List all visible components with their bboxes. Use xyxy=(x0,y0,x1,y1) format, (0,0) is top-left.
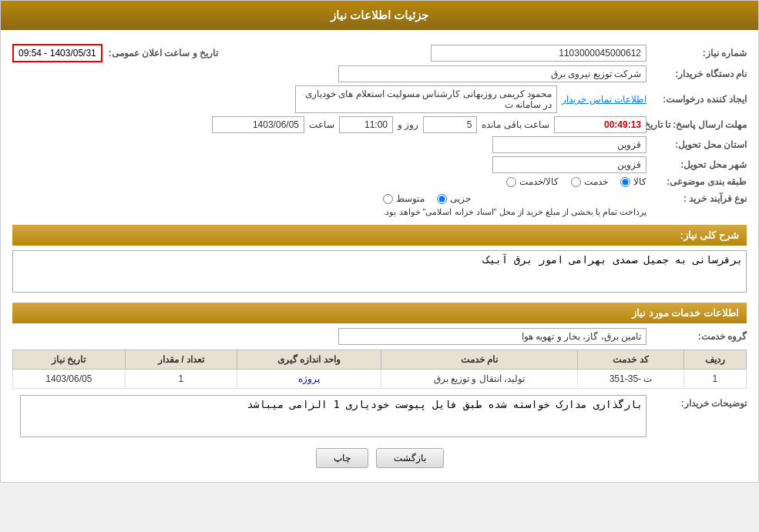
buyer-org-label: نام دستگاه خریدار: xyxy=(646,69,747,79)
purchase-label-jozii: جزیی xyxy=(450,193,471,204)
table-cell-date: 1403/06/05 xyxy=(13,370,126,389)
creator-value: محمود کریمی روزبهانی کارشناس مسولیت استع… xyxy=(295,85,557,113)
table-header-unit: واحد اندازه گیری xyxy=(237,350,381,370)
category-option-kala[interactable]: کالا xyxy=(620,176,646,187)
table-cell-unit: پروژه xyxy=(237,370,381,389)
table-header-row: ردیف xyxy=(683,350,746,370)
category-radio-group: کالا/خدمت خدمت کالا xyxy=(506,176,646,187)
deadline-remaining: 00:49:13 xyxy=(554,116,646,133)
buyer-notes-textarea[interactable] xyxy=(20,395,646,437)
table-cell-name: تولید، انتقال و توزیع برق xyxy=(381,370,578,389)
province-value: قزوین xyxy=(492,136,646,153)
table-header-date: تاریخ نیاز xyxy=(13,350,126,370)
deadline-day-label: روز و xyxy=(398,119,418,130)
category-option-khedmat[interactable]: خدمت xyxy=(571,176,608,187)
category-label-khedmat: خدمت xyxy=(584,176,608,187)
purchase-radio-jozii[interactable] xyxy=(437,194,447,204)
purchase-label: نوع فرآیند خرید : xyxy=(646,193,747,204)
buyer-org-value: شرکت توزیع نیروی برق xyxy=(338,65,646,82)
need-number-value: 1103000045000612 xyxy=(431,45,646,62)
print-button[interactable]: چاپ xyxy=(316,448,368,468)
deadline-remaining-label: ساعت باقی مانده xyxy=(482,119,549,130)
category-label-kala: کالا xyxy=(633,176,646,187)
back-button[interactable]: بازگشت xyxy=(376,448,444,468)
announce-label: تاریخ و ساعت اعلان عمومی: xyxy=(102,48,218,59)
table-cell-code: ت -35-351 xyxy=(578,370,683,389)
purchase-note: پرداخت تمام یا بخشی از مبلغ خرید از محل … xyxy=(383,207,646,217)
purchase-option-jozii[interactable]: جزیی xyxy=(437,193,471,204)
announce-value: 1403/05/31 - 09:54 xyxy=(12,44,102,62)
button-group: بازگشت چاپ xyxy=(12,448,747,468)
purchase-label-motavaset: متوسط xyxy=(396,193,425,204)
deadline-days: 5 xyxy=(423,116,477,133)
deadline-time-label: ساعت xyxy=(309,119,334,130)
table-cell-row: 1 xyxy=(683,370,746,389)
creator-contact-link[interactable]: اطلاعات تماس خریدار xyxy=(562,94,646,105)
service-group-label: گروه خدمت: xyxy=(646,331,747,342)
province-label: استان محل تحویل: xyxy=(646,139,747,150)
table-cell-count: 1 xyxy=(125,370,237,389)
deadline-date: 1403/06/05 xyxy=(212,116,304,133)
category-radio-khedmat[interactable] xyxy=(571,177,581,187)
purchase-option-motavaset[interactable]: متوسط xyxy=(383,193,425,204)
creator-label: ایجاد کننده درخواست: xyxy=(646,94,747,105)
need-desc-section-header: شرح کلی نیاز: xyxy=(12,225,747,246)
need-number-label: شماره نیاز: xyxy=(646,48,747,59)
table-header-name: نام خدمت xyxy=(381,350,578,370)
category-label-kala-khedmat: کالا/خدمت xyxy=(519,176,559,187)
category-radio-kala-khedmat[interactable] xyxy=(506,177,516,187)
city-value: قزوین xyxy=(492,156,646,173)
table-row: 1 ت -35-351 تولید، انتقال و توزیع برق پر… xyxy=(13,370,747,389)
city-label: شهر محل تحویل: xyxy=(646,159,747,170)
deadline-time: 11:00 xyxy=(339,116,393,133)
category-radio-kala[interactable] xyxy=(620,177,630,187)
buyer-notes-label: توضیحات خریدار: xyxy=(646,395,747,409)
table-header-code: کد خدمت xyxy=(578,350,683,370)
services-section-header: اطلاعات خدمات مورد نیاز xyxy=(12,303,747,323)
category-label: طبقه بندی موضوعی: xyxy=(646,176,747,187)
category-option-kala-khedmat[interactable]: کالا/خدمت xyxy=(506,176,559,187)
page-title: جزئیات اطلاعات نیاز xyxy=(1,1,758,30)
purchase-radio-motavaset[interactable] xyxy=(383,194,393,204)
need-desc-textarea[interactable] xyxy=(12,250,747,293)
deadline-label: مهلت ارسال پاسخ: تا تاریخ: xyxy=(646,119,747,130)
services-table: ردیف کد خدمت نام خدمت واحد اندازه گیری ت… xyxy=(12,350,747,389)
table-header-count: تعداد / مقدار xyxy=(125,350,237,370)
service-group-value: تامین برق، گاز، بخار و تهویه هوا xyxy=(338,328,646,345)
